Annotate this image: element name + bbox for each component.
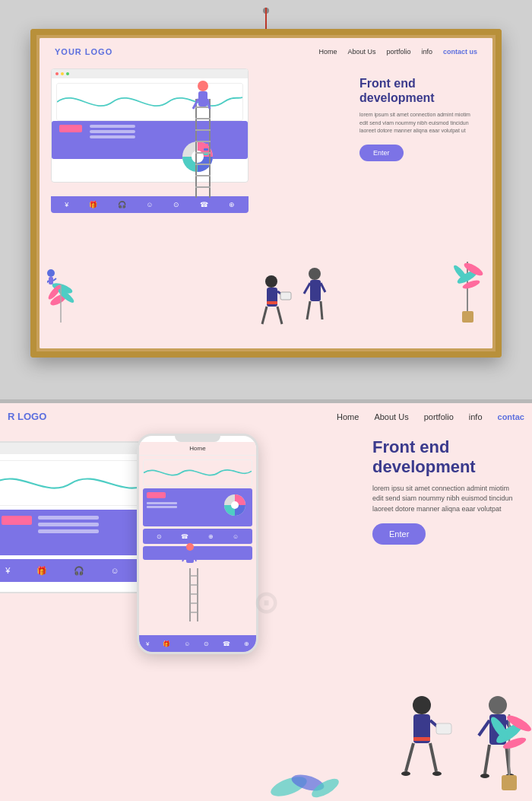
figures-group (233, 250, 382, 341)
icon-yen: ¥ (65, 201, 68, 208)
bottom-nav-home[interactable]: Home (337, 412, 359, 421)
icon-headset: 🎧 (118, 201, 126, 208)
ladder-rung (195, 186, 211, 188)
bs-list-line (38, 529, 99, 533)
phone-mockup: Home (137, 434, 258, 654)
icon-globe: ⊕ (229, 201, 235, 208)
list-line (90, 125, 135, 128)
ui-screen-panel: ¥ 🎁 🎧 ☺ ⊙ ☎ ⊕ (51, 68, 264, 213)
desktop-hero-desc: lorem ipsum sit amet connection admint m… (359, 111, 481, 135)
svg-rect-6 (49, 277, 53, 284)
svg-line-56 (194, 555, 196, 561)
bottom-hero-title: Front end development (372, 437, 524, 478)
svg-line-28 (321, 283, 325, 292)
person-ladder-icon (192, 80, 214, 129)
purple-band (52, 121, 248, 159)
bottom-hero-desc: lorem ipsu sit amet connection admint mi… (372, 484, 524, 515)
list-line (90, 135, 135, 138)
phone-person-icon (181, 542, 200, 580)
desktop-content: ¥ 🎁 🎧 ☺ ⊙ ☎ ⊕ (51, 68, 481, 341)
wave-chart-icon (56, 83, 243, 121)
main-screen (51, 68, 249, 183)
phone-icon-bar: ⊙ ☎ ⊕ ☺ (143, 529, 252, 544)
phone-notch (175, 436, 220, 442)
bottom-logo: R LOGO (8, 411, 46, 422)
bottom-person-walking-icon (395, 691, 456, 801)
plant-left-icon (47, 246, 85, 326)
icon-bar: ¥ 🎁 🎧 ☺ ⊙ ☎ ⊕ (51, 196, 249, 213)
svg-line-8 (53, 278, 56, 281)
desktop-enter-button[interactable]: Enter (359, 145, 404, 161)
svg-line-17 (207, 99, 210, 109)
icon-wifi: ⊙ (173, 201, 179, 208)
nav-portfolio[interactable]: portfolio (386, 48, 410, 56)
bs-list-line (38, 516, 99, 520)
list-lines (90, 125, 135, 138)
svg-line-30 (321, 301, 322, 319)
svg-rect-60 (436, 723, 451, 734)
svg-line-62 (430, 743, 436, 771)
icon-gift: 🎁 (89, 201, 97, 208)
bottom-nav-portfolio[interactable]: portfolio (424, 412, 454, 421)
frame-inner: YOUR LOGO Home About Us portfolio info c… (40, 38, 492, 348)
svg-point-25 (309, 268, 321, 280)
svg-point-14 (198, 81, 208, 91)
desktop-mockup: YOUR LOGO Home About Us portfolio info c… (40, 38, 492, 348)
nav-home[interactable]: Home (318, 48, 337, 56)
nav-about[interactable]: About Us (347, 48, 375, 56)
svg-point-18 (265, 275, 277, 288)
plant-right-icon (447, 239, 489, 333)
ladder-rung (195, 164, 211, 165)
svg-line-7 (47, 281, 49, 284)
nav-info[interactable]: info (421, 48, 432, 56)
svg-point-65 (432, 771, 442, 776)
bottom-blue-leaves-icon (266, 756, 357, 801)
ladder-rung (195, 129, 211, 131)
bottom-list-lines (38, 516, 99, 533)
person-standing-icon (298, 265, 332, 344)
desktop-nav: YOUR LOGO Home About Us portfolio info c… (55, 47, 477, 56)
dot-green (66, 72, 69, 75)
bottom-nav-links: Home About Us portfolio info contac (337, 412, 524, 421)
hanger-wire (265, 8, 267, 30)
ladder-rung (195, 141, 211, 142)
svg-rect-31 (462, 311, 473, 323)
ladder-rung (195, 175, 211, 176)
desktop-text-panel: Front end development lorem ipsum sit am… (359, 76, 481, 161)
dot-red (55, 72, 59, 75)
svg-rect-74 (502, 775, 517, 790)
nav-contact[interactable]: contact us (443, 48, 477, 56)
wooden-frame: YOUR LOGO Home About Us portfolio info c… (30, 29, 502, 358)
svg-line-55 (182, 555, 186, 561)
icon-smile: ☺ (146, 201, 153, 208)
svg-line-27 (304, 283, 310, 294)
bottom-nav-contact[interactable]: contac (498, 412, 524, 421)
svg-rect-54 (186, 551, 194, 563)
screen-content (52, 78, 248, 182)
svg-point-64 (401, 771, 410, 776)
desktop-logo: YOUR LOGO (55, 47, 112, 56)
icon-phone: ☎ (200, 201, 208, 208)
bottom-nav-info[interactable]: info (469, 412, 483, 421)
phone-pie-chart-icon (222, 492, 249, 519)
svg-line-22 (262, 307, 267, 324)
list-line (90, 130, 135, 133)
svg-point-53 (186, 543, 194, 551)
svg-rect-26 (310, 280, 321, 301)
bottom-nav-about[interactable]: About Us (374, 412, 408, 421)
svg-point-57 (413, 696, 431, 714)
pink-block (59, 125, 82, 132)
phone-bottom-bar: ¥ 🎁 ☺ ⊙ ☎ ⊕ (139, 635, 256, 652)
bottom-plant-right-icon (483, 684, 532, 801)
desktop-hero-title: Front end development (359, 76, 481, 105)
svg-line-16 (193, 99, 198, 109)
bottom-enter-button[interactable]: Enter (372, 523, 426, 545)
svg-point-45 (231, 501, 239, 509)
phone-home-label: Home (139, 442, 256, 456)
hanging-frame: YOUR LOGO Home About Us portfolio info c… (30, 8, 502, 358)
svg-line-61 (406, 743, 413, 771)
screen-top-bar (52, 69, 248, 78)
svg-point-5 (47, 269, 55, 277)
svg-rect-15 (198, 91, 207, 106)
svg-line-29 (307, 301, 310, 319)
